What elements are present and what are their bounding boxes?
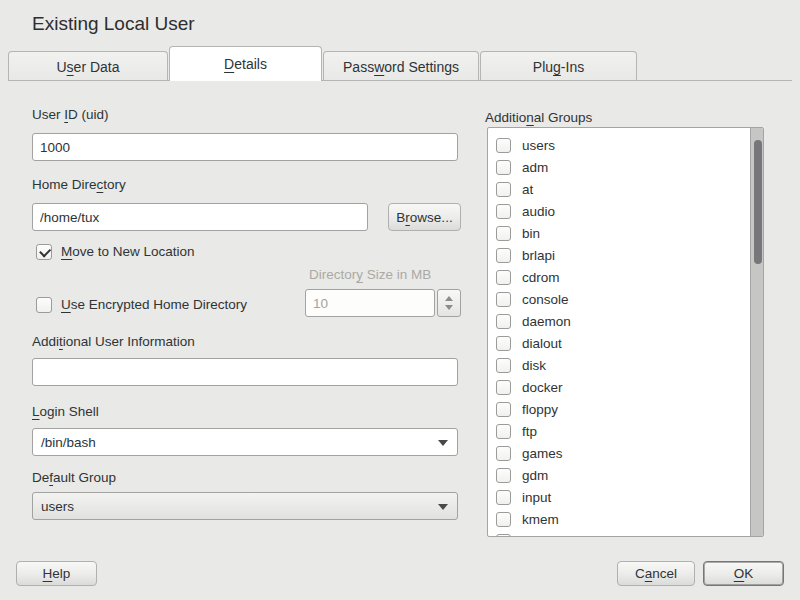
group-row[interactable]: bin xyxy=(488,222,750,244)
group-row[interactable]: users xyxy=(488,134,750,156)
default-group-combo[interactable]: users xyxy=(32,492,458,520)
group-label: at xyxy=(522,182,533,197)
tab-user-data-label: User Data xyxy=(56,59,119,75)
scrollbar-thumb[interactable] xyxy=(754,140,762,264)
group-checkbox[interactable] xyxy=(496,534,511,538)
group-label: disk xyxy=(522,358,546,373)
group-row[interactable]: console xyxy=(488,288,750,310)
directory-size-spinner[interactable] xyxy=(437,289,461,317)
group-label: ftp xyxy=(522,424,537,439)
group-row[interactable]: games xyxy=(488,442,750,464)
group-row[interactable]: floppy xyxy=(488,398,750,420)
directory-size-input[interactable] xyxy=(305,289,435,317)
group-row[interactable]: kmem xyxy=(488,508,750,530)
group-checkbox[interactable] xyxy=(496,160,511,175)
ok-button-label: OK xyxy=(734,566,754,581)
home-directory-label: Home Directory xyxy=(32,177,126,192)
browse-button-label: Browse... xyxy=(396,210,452,225)
group-label: brlapi xyxy=(522,248,555,263)
group-checkbox[interactable] xyxy=(496,270,511,285)
group-label: gdm xyxy=(522,468,548,483)
user-id-label: User ID (uid) xyxy=(32,107,109,122)
move-to-new-location-label: Move to New Location xyxy=(61,244,195,259)
directory-size-label: Directory Size in MB xyxy=(309,267,431,282)
group-label: floppy xyxy=(522,402,558,417)
group-label: users xyxy=(522,138,555,153)
group-checkbox[interactable] xyxy=(496,402,511,417)
additional-info-input[interactable] xyxy=(32,358,458,386)
login-shell-combo[interactable]: /bin/bash xyxy=(32,428,458,456)
group-row[interactable]: docker xyxy=(488,376,750,398)
group-checkbox[interactable] xyxy=(496,380,511,395)
use-encrypted-home-label: Use Encrypted Home Directory xyxy=(61,297,247,312)
default-group-label: Default Group xyxy=(32,470,116,485)
tab-plug-ins-label: Plug-Ins xyxy=(533,59,584,75)
chevron-down-icon[interactable] xyxy=(438,504,448,510)
group-row[interactable]: dialout xyxy=(488,332,750,354)
home-directory-input[interactable] xyxy=(32,203,368,231)
group-row[interactable]: ftp xyxy=(488,420,750,442)
login-shell-label: Login Shell xyxy=(32,404,99,419)
help-button[interactable]: Help xyxy=(16,561,97,586)
ok-button[interactable]: OK xyxy=(703,561,784,586)
group-checkbox[interactable] xyxy=(496,226,511,241)
group-checkbox[interactable] xyxy=(496,138,511,153)
group-label: lock xyxy=(522,534,546,538)
cancel-button[interactable]: Cancel xyxy=(617,561,695,586)
browse-button[interactable]: Browse... xyxy=(388,203,461,231)
group-checkbox[interactable] xyxy=(496,204,511,219)
move-to-new-location-checkbox[interactable] xyxy=(36,244,52,260)
group-row[interactable]: at xyxy=(488,178,750,200)
group-label: docker xyxy=(522,380,563,395)
group-label: daemon xyxy=(522,314,571,329)
user-id-input[interactable] xyxy=(32,133,458,161)
vertical-scrollbar[interactable] xyxy=(750,128,763,536)
spin-up-icon[interactable] xyxy=(445,296,453,301)
group-label: adm xyxy=(522,160,548,175)
group-checkbox[interactable] xyxy=(496,182,511,197)
group-row[interactable]: audio xyxy=(488,200,750,222)
default-group-value: users xyxy=(41,499,74,514)
group-row[interactable]: daemon xyxy=(488,310,750,332)
group-checkbox[interactable] xyxy=(496,490,511,505)
use-encrypted-home-row[interactable]: Use Encrypted Home Directory xyxy=(36,296,247,313)
group-label: dialout xyxy=(522,336,562,351)
move-to-new-location-row[interactable]: Move to New Location xyxy=(36,243,195,260)
group-checkbox[interactable] xyxy=(496,424,511,439)
tab-user-data[interactable]: User Data xyxy=(8,51,168,81)
group-row[interactable]: lock xyxy=(488,530,750,537)
group-label: kmem xyxy=(522,512,559,527)
additional-groups-label: Additional Groups xyxy=(485,110,592,125)
group-checkbox[interactable] xyxy=(496,336,511,351)
tab-password-settings-label: Password Settings xyxy=(343,59,459,75)
group-rows: users adm at audio bin brlapi cdrom cons… xyxy=(488,134,750,537)
group-label: bin xyxy=(522,226,540,241)
tab-details[interactable]: Details xyxy=(169,46,322,81)
group-label: audio xyxy=(522,204,555,219)
group-label: cdrom xyxy=(522,270,560,285)
tab-plug-ins[interactable]: Plug-Ins xyxy=(480,51,637,81)
help-button-label: Help xyxy=(43,566,71,581)
group-checkbox[interactable] xyxy=(496,512,511,527)
spin-down-icon[interactable] xyxy=(445,305,453,310)
group-label: input xyxy=(522,490,551,505)
group-checkbox[interactable] xyxy=(496,446,511,461)
group-checkbox[interactable] xyxy=(496,468,511,483)
chevron-down-icon[interactable] xyxy=(438,440,448,446)
use-encrypted-home-checkbox[interactable] xyxy=(36,297,52,313)
cancel-button-label: Cancel xyxy=(635,566,677,581)
group-row[interactable]: input xyxy=(488,486,750,508)
group-checkbox[interactable] xyxy=(496,358,511,373)
tab-bar: User Data Details Password Settings Plug… xyxy=(8,46,792,81)
group-row[interactable]: disk xyxy=(488,354,750,376)
additional-groups-list[interactable]: users adm at audio bin brlapi cdrom cons… xyxy=(487,127,764,537)
group-row[interactable]: adm xyxy=(488,156,750,178)
group-row[interactable]: gdm xyxy=(488,464,750,486)
tab-password-settings[interactable]: Password Settings xyxy=(323,51,479,81)
group-checkbox[interactable] xyxy=(496,314,511,329)
group-row[interactable]: cdrom xyxy=(488,266,750,288)
group-label: console xyxy=(522,292,569,307)
group-row[interactable]: brlapi xyxy=(488,244,750,266)
group-checkbox[interactable] xyxy=(496,248,511,263)
group-checkbox[interactable] xyxy=(496,292,511,307)
